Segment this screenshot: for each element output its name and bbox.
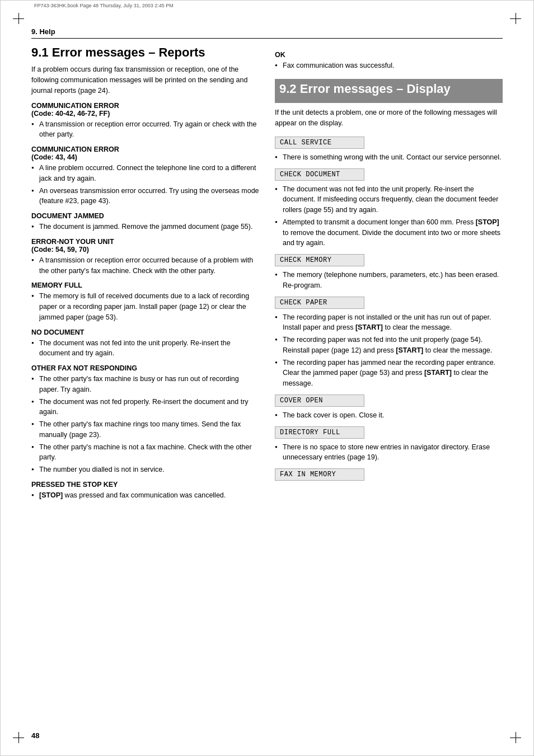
cover-open-display: COVER OPEN bbox=[275, 395, 364, 407]
corner-mark-br bbox=[510, 732, 521, 743]
other-fax-bullet-3: The other party's fax machine rings too … bbox=[31, 419, 259, 440]
check-paper-bullet-2: The recording paper was not fed into the… bbox=[275, 335, 503, 356]
check-paper-block: CHECK PAPER The recording paper is not i… bbox=[275, 294, 503, 389]
fax-in-memory-display: FAX IN MEMORY bbox=[275, 468, 364, 481]
comm-error-2-bullet-2: An overseas transmission error occurred.… bbox=[31, 186, 259, 207]
call-service-bullet-1: There is something wrong with the unit. … bbox=[275, 152, 503, 163]
stop-key-heading: PRESSED THE STOP KEY bbox=[31, 481, 259, 489]
check-document-display: CHECK DOCUMENT bbox=[275, 168, 364, 181]
cover-open-bullet-1: The back cover is open. Close it. bbox=[275, 410, 503, 421]
comm-error-2-heading: COMMUNICATION ERROR(Code: 43, 44) bbox=[31, 145, 259, 161]
directory-full-bullet-1: There is no space to store new entries i… bbox=[275, 442, 503, 463]
check-document-block: CHECK DOCUMENT The document was not fed … bbox=[275, 166, 503, 249]
other-fax-bullet-2: The document was not fed properly. Re-in… bbox=[31, 397, 259, 418]
memory-full-heading: MEMORY FULL bbox=[31, 281, 259, 289]
check-memory-bullet-1: The memory (telephone numbers, parameter… bbox=[275, 270, 503, 291]
doc-jammed-heading: DOCUMENT JAMMED bbox=[31, 212, 259, 220]
check-memory-display: CHECK MEMORY bbox=[275, 254, 364, 266]
call-service-display: CALL SERVICE bbox=[275, 137, 364, 149]
stop-key-block: PRESSED THE STOP KEY [STOP] was pressed … bbox=[31, 481, 259, 501]
other-fax-bullet-1: The other party's fax machine is busy or… bbox=[31, 374, 259, 395]
error-not-your-unit-bullet-1: A transmission or reception error occurr… bbox=[31, 255, 259, 276]
right-column: OK Fax communication was successful. 9.2… bbox=[275, 45, 503, 505]
ok-bullet-1: Fax communication was successful. bbox=[275, 60, 503, 71]
fax-in-memory-block: FAX IN MEMORY bbox=[275, 466, 503, 484]
no-document-block: NO DOCUMENT The document was not fed int… bbox=[31, 328, 259, 359]
section-1-intro: If a problem occurs during fax transmiss… bbox=[31, 64, 259, 96]
memory-full-bullet-1: The memory is full of received documents… bbox=[31, 291, 259, 322]
other-fax-heading: OTHER FAX NOT RESPONDING bbox=[31, 364, 259, 372]
directory-full-block: DIRECTORY FULL There is no space to stor… bbox=[275, 424, 503, 463]
corner-mark-bl bbox=[13, 732, 24, 743]
other-fax-block: OTHER FAX NOT RESPONDING The other party… bbox=[31, 364, 259, 475]
check-memory-block: CHECK MEMORY The memory (telephone numbe… bbox=[275, 252, 503, 291]
page-number: 48 bbox=[31, 731, 39, 740]
check-paper-bullet-1: The recording paper is not installed or … bbox=[275, 312, 503, 334]
comm-error-1-heading: COMMUNICATION ERROR(Code: 40-42, 46-72, … bbox=[31, 102, 259, 118]
check-paper-bullet-3: The recording paper has jammed near the … bbox=[275, 358, 503, 389]
error-not-your-unit-block: ERROR-NOT YOUR UNIT(Code: 54, 59, 70) A … bbox=[31, 238, 259, 276]
stop-key-bullet-1: [STOP] was pressed and fax communication… bbox=[31, 490, 259, 501]
no-document-bullet-1: The document was not fed into the unit p… bbox=[31, 338, 259, 359]
error-not-your-unit-heading: ERROR-NOT YOUR UNIT(Code: 54, 59, 70) bbox=[31, 238, 259, 253]
section-2-heading: 9.2 Error messages – Display bbox=[279, 81, 498, 97]
corner-mark-tr bbox=[510, 13, 521, 24]
ok-heading: OK bbox=[275, 51, 503, 59]
file-metadata: FP743-363HK.book Page 48 Thursday, July … bbox=[1, 1, 533, 11]
check-document-bullet-2: Attempted to transmit a document longer … bbox=[275, 217, 503, 248]
ok-section: OK Fax communication was successful. bbox=[275, 51, 503, 71]
other-fax-bullet-5: The number you dialled is not in service… bbox=[31, 464, 259, 475]
comm-error-2-bullet-1: A line problem occurred. Connect the tel… bbox=[31, 163, 259, 184]
doc-jammed-bullet-1: The document is jammed. Remove the jamme… bbox=[31, 222, 259, 232]
section-1-heading: 9.1 Error messages – Reports bbox=[31, 45, 259, 60]
chapter-title: 9. Help bbox=[31, 27, 503, 39]
left-column: 9.1 Error messages – Reports If a proble… bbox=[31, 45, 259, 505]
call-service-block: CALL SERVICE There is something wrong wi… bbox=[275, 134, 503, 163]
directory-full-display: DIRECTORY FULL bbox=[275, 426, 364, 439]
corner-mark-tl bbox=[13, 13, 24, 24]
memory-full-block: MEMORY FULL The memory is full of receiv… bbox=[31, 281, 259, 322]
comm-error-2-block: COMMUNICATION ERROR(Code: 43, 44) A line… bbox=[31, 145, 259, 206]
doc-jammed-block: DOCUMENT JAMMED The document is jammed. … bbox=[31, 212, 259, 232]
cover-open-block: COVER OPEN The back cover is open. Close… bbox=[275, 392, 503, 421]
no-document-heading: NO DOCUMENT bbox=[31, 328, 259, 336]
section-2-block: 9.2 Error messages – Display If the unit… bbox=[275, 79, 503, 484]
comm-error-1-block: COMMUNICATION ERROR(Code: 40-42, 46-72, … bbox=[31, 102, 259, 140]
check-document-bullet-1: The document was not fed into the unit p… bbox=[275, 184, 503, 215]
comm-error-1-bullet-1: A transmission or reception error occurr… bbox=[31, 119, 259, 140]
section-2-intro: If the unit detects a problem, one or mo… bbox=[275, 107, 503, 129]
other-fax-bullet-4: The other party's machine is not a fax m… bbox=[31, 442, 259, 463]
check-paper-display: CHECK PAPER bbox=[275, 297, 364, 309]
